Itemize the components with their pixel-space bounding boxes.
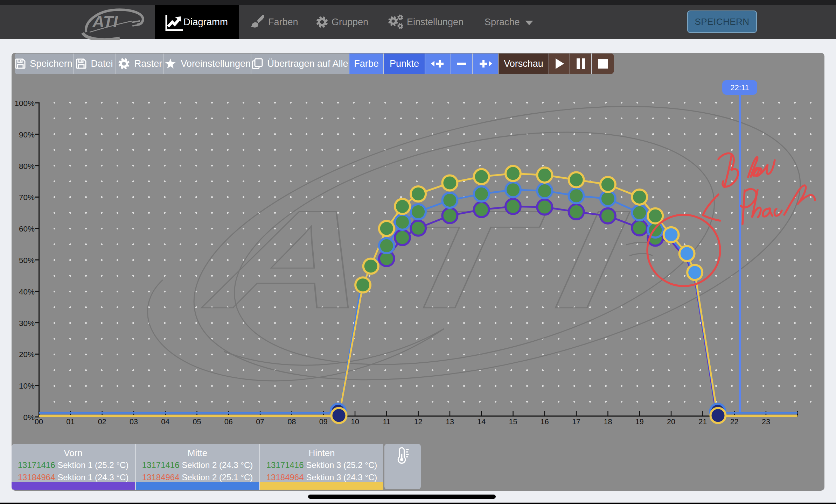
svg-text:0%: 0% — [23, 413, 35, 422]
svg-text:14: 14 — [477, 418, 486, 426]
svg-text:21: 21 — [698, 418, 707, 426]
svg-text:20: 20 — [667, 418, 675, 426]
svg-text:90%: 90% — [19, 130, 35, 139]
svg-text:07: 07 — [256, 418, 264, 426]
svg-text:09: 09 — [319, 418, 328, 426]
svg-text:10: 10 — [351, 418, 359, 426]
svg-text:04: 04 — [161, 418, 169, 426]
svg-text:15: 15 — [509, 418, 517, 426]
svg-text:13: 13 — [446, 418, 454, 426]
svg-text:22:11: 22:11 — [730, 83, 749, 92]
svg-text:22: 22 — [730, 418, 739, 426]
svg-text:16: 16 — [541, 418, 549, 426]
svg-text:17: 17 — [572, 418, 580, 426]
svg-text:06: 06 — [224, 418, 233, 426]
svg-text:19: 19 — [635, 418, 644, 426]
svg-text:100%: 100% — [14, 99, 35, 108]
svg-text:08: 08 — [287, 418, 296, 426]
svg-text:70%: 70% — [19, 193, 35, 202]
svg-text:05: 05 — [193, 418, 201, 426]
svg-text:80%: 80% — [19, 162, 35, 171]
svg-text:40%: 40% — [19, 288, 35, 296]
svg-text:50%: 50% — [19, 256, 35, 265]
svg-text:01: 01 — [66, 418, 75, 426]
svg-text:18: 18 — [604, 418, 612, 426]
svg-text:00: 00 — [35, 418, 43, 426]
svg-text:30%: 30% — [19, 319, 35, 328]
svg-text:11: 11 — [383, 418, 390, 426]
svg-text:02: 02 — [98, 418, 106, 426]
svg-text:20%: 20% — [19, 350, 35, 359]
svg-text:60%: 60% — [19, 225, 35, 233]
svg-text:03: 03 — [130, 418, 138, 426]
svg-text:23: 23 — [762, 418, 770, 426]
svg-text:10%: 10% — [19, 382, 35, 390]
svg-text:12: 12 — [414, 418, 423, 426]
